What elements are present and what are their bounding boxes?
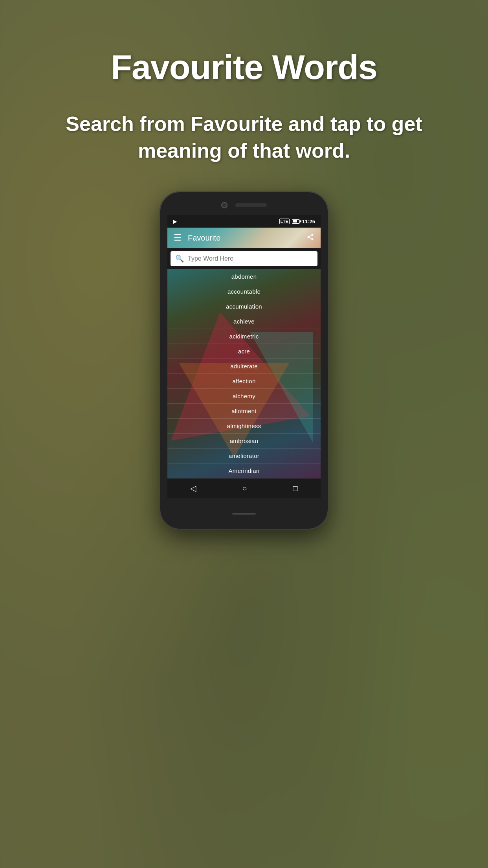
phone-top-bar [160,191,328,215]
play-icon: ▶ [173,218,177,224]
list-item[interactable]: allotment [167,404,321,419]
phone-camera [221,202,227,208]
list-item[interactable]: adulterate [167,359,321,374]
status-left: ▶ [173,218,177,224]
word-list: abdomenaccountableaccumulationachieveaci… [167,269,321,478]
search-bar[interactable]: 🔍 [171,251,317,266]
content-wrapper: Favourite Words Search from Favourite an… [0,0,488,868]
list-item[interactable]: accountable [167,284,321,299]
list-item[interactable]: acidimetric [167,329,321,344]
status-time: 11:25 [302,219,315,224]
app-subtitle: Search from Favourite and tap to get mea… [0,111,488,164]
svg-point-0 [312,234,314,235]
list-item[interactable]: accumulation [167,299,321,314]
battery-icon [292,219,300,224]
status-right: LTE 11:25 [279,219,315,224]
list-item[interactable]: almightiness [167,419,321,434]
phone-nav: ◁ ○ □ [167,478,321,498]
back-button[interactable]: ◁ [182,480,204,496]
list-item[interactable]: Amerindian [167,463,321,478]
svg-line-3 [309,237,312,239]
list-item[interactable]: abdomen [167,269,321,284]
toolbar-title: Favourite [188,234,306,243]
search-icon: 🔍 [175,254,184,263]
list-item[interactable]: affection [167,374,321,389]
svg-point-2 [312,238,314,240]
home-button[interactable]: ○ [234,481,255,496]
home-indicator [232,513,256,515]
battery-fill [293,220,297,223]
phone-speaker [235,203,267,207]
list-item[interactable]: achieve [167,314,321,329]
phone-bottom [232,498,256,530]
phone-screen: ▶ LTE 11:25 ☰ Favourite [167,215,321,498]
recent-button[interactable]: □ [285,481,305,496]
app-title: Favourite Words [111,47,377,87]
search-input[interactable] [188,255,313,262]
list-item[interactable]: alchemy [167,389,321,404]
status-bar: ▶ LTE 11:25 [167,215,321,228]
list-item[interactable]: ambrosian [167,434,321,449]
list-item[interactable]: acre [167,344,321,359]
lte-badge: LTE [279,219,290,224]
share-icon[interactable] [306,233,314,243]
app-toolbar: ☰ Favourite [167,228,321,248]
svg-point-1 [308,236,310,238]
svg-line-4 [309,235,312,236]
words-container: abdomenaccountableaccumulationachieveaci… [167,269,321,478]
list-item[interactable]: ameliorator [167,449,321,463]
phone-frame: ▶ LTE 11:25 ☰ Favourite [160,191,328,530]
menu-icon[interactable]: ☰ [174,233,182,243]
